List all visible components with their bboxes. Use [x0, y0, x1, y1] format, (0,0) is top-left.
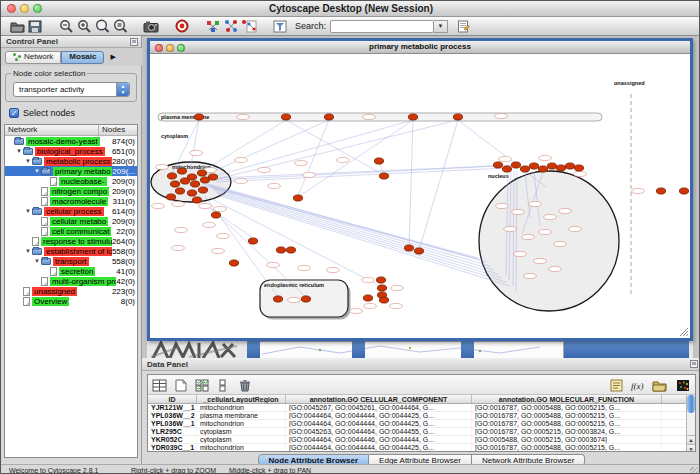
network-node[interactable] — [324, 114, 333, 120]
expand-arrow-icon[interactable]: ▼ — [25, 206, 32, 216]
network-node[interactable] — [529, 163, 538, 169]
network-node[interactable] — [377, 285, 386, 291]
network-node[interactable] — [565, 163, 574, 169]
new-network-view-icon[interactable] — [240, 18, 258, 34]
network-node[interactable] — [363, 295, 372, 301]
cell[interactable]: mitochondrion — [197, 404, 286, 411]
tree-row[interactable]: cellular metabo209(0) — [5, 216, 137, 226]
tree-row[interactable]: nucleobase-209(0) — [5, 176, 137, 186]
expand-arrow-icon[interactable]: ▼ — [25, 246, 32, 256]
cell[interactable]: [GO:0045267, GO:0045261, GO:0044464, G..… — [286, 404, 472, 411]
network-node[interactable] — [538, 166, 547, 172]
network-node[interactable] — [187, 190, 196, 196]
network-node[interactable] — [556, 165, 565, 171]
network-view-titlebar[interactable]: primary metabolic process — [150, 41, 690, 54]
tree-row[interactable]: multi-organism pro42(0) — [5, 276, 137, 286]
network-node[interactable] — [408, 114, 417, 120]
network-node[interactable] — [574, 165, 583, 171]
background-window-edge[interactable] — [247, 341, 260, 358]
snapshot-icon[interactable] — [142, 18, 160, 34]
attribute-heatmap-icon[interactable] — [674, 377, 691, 393]
tab-mosaic[interactable]: Mosaic — [61, 51, 104, 64]
cell[interactable]: YDR039C__1 — [148, 444, 197, 451]
col-region[interactable]: _cellularLayoutRegion — [197, 395, 286, 403]
zoom-selected-icon[interactable] — [111, 18, 129, 34]
tree-row[interactable]: ▼cellular process614(0) — [5, 206, 137, 216]
col-id[interactable]: ID — [148, 395, 197, 403]
network-node[interactable] — [198, 187, 207, 193]
tab-overflow-arrow[interactable]: ▶ — [110, 53, 115, 61]
network-node[interactable] — [379, 297, 388, 303]
network-node[interactable] — [493, 162, 502, 168]
network-node[interactable] — [374, 158, 383, 164]
network-node[interactable] — [453, 114, 462, 120]
tab-network[interactable]: Network — [5, 51, 61, 64]
cell[interactable]: [GO:0044464, GO:0044444, GO:0044425, G..… — [286, 444, 472, 451]
vizmapper-icon[interactable] — [204, 18, 222, 34]
cell[interactable]: [GO:0044464, GO:0044444, GO:0044425, G..… — [286, 412, 472, 419]
zoom-out-icon[interactable] — [57, 18, 75, 34]
cell[interactable]: [GO:0016787, GO:0005488, GO:0005215, G..… — [472, 444, 662, 451]
cell[interactable]: [GO:0044464, GO:0044444, GO:0044425, G..… — [286, 420, 472, 427]
frame-close-button[interactable] — [155, 44, 163, 52]
attribute-row[interactable]: YKR052Ccytoplasm[GO:0044464, GO:0044446,… — [148, 436, 695, 444]
attribute-notes-icon[interactable] — [608, 377, 625, 393]
network-node[interactable] — [167, 173, 176, 179]
tree-row[interactable]: mosaic-demo-yeast874(0) — [5, 136, 137, 146]
minimize-button[interactable] — [20, 4, 29, 13]
unselect-attributes-icon[interactable] — [214, 377, 231, 393]
network-node[interactable] — [211, 212, 220, 218]
cell[interactable]: [GO:0016787, GO:0005215, GO:0003824, G..… — [472, 428, 662, 435]
cell[interactable]: YKR052C — [148, 436, 197, 443]
network-node[interactable] — [197, 170, 206, 176]
save-session-icon[interactable] — [26, 18, 44, 34]
network-canvas[interactable]: plasma membrane cytoplasm mitochondrion … — [150, 54, 690, 338]
scrollbar-thumb[interactable] — [687, 395, 695, 413]
cell[interactable]: [GO:0016787, GO:0005488, GO:0005215, G..… — [472, 412, 662, 419]
tree-row[interactable]: ▼biological_process651(0) — [5, 146, 137, 156]
network-node[interactable] — [281, 114, 290, 120]
background-window-edge[interactable] — [461, 341, 474, 358]
zoom-in-icon[interactable] — [75, 18, 93, 34]
window-resize-grip[interactable] — [690, 467, 700, 474]
col-cellular-component[interactable]: annotation.GO CELLULAR_COMPONENT — [286, 395, 472, 403]
open-session-icon[interactable] — [8, 18, 26, 34]
network-node[interactable] — [273, 296, 282, 302]
tree-col-nodes[interactable]: Nodes — [99, 125, 137, 135]
canvas-resize-grip[interactable] — [680, 328, 688, 336]
attribute-row[interactable]: YJR121W__1mitochondrion[GO:0045267, GO:0… — [148, 404, 695, 412]
tree-row[interactable]: cell communicat22(0) — [5, 226, 137, 236]
network-node[interactable] — [229, 260, 238, 266]
expand-arrow-icon[interactable]: ▼ — [25, 156, 32, 166]
cell[interactable]: cytoplasm — [197, 428, 286, 435]
network-node[interactable] — [656, 188, 665, 194]
float-panel-icon[interactable] — [130, 38, 138, 46]
network-node[interactable] — [175, 188, 184, 194]
background-window[interactable] — [259, 341, 564, 358]
cell[interactable]: cytoplasm — [197, 436, 286, 443]
filter-icon[interactable] — [271, 18, 289, 34]
node-color-select[interactable]: transporter activity ▲▼ — [13, 82, 130, 97]
tree-row[interactable]: Overview8(0) — [5, 296, 137, 306]
network-node[interactable] — [502, 166, 511, 172]
float-panel-icon[interactable] — [690, 360, 698, 368]
select-attributes-icon[interactable] — [193, 377, 210, 393]
frame-minimize-button[interactable] — [166, 44, 174, 52]
delete-attribute-icon[interactable] — [236, 377, 253, 393]
zoom-button[interactable] — [33, 4, 42, 13]
network-node[interactable] — [376, 277, 385, 283]
function-builder-icon[interactable]: f(x) — [629, 377, 646, 393]
background-window-edge[interactable] — [352, 341, 365, 358]
tree-row[interactable]: ▼metabolic process280(0) — [5, 156, 137, 166]
cell[interactable]: YJR121W__1 — [148, 404, 197, 411]
tree-row[interactable]: nitrogen compo209(0) — [5, 186, 137, 196]
network-node[interactable] — [520, 166, 529, 172]
attribute-row[interactable]: YPL036W__2plasma membrane[GO:0044464, GO… — [148, 412, 695, 420]
network-node[interactable] — [180, 178, 189, 184]
cell[interactable]: [GO:0005488, GO:0005215, GO:0003674] — [472, 436, 662, 443]
select-nodes-checkbox[interactable]: ✓ — [9, 108, 19, 118]
network-node[interactable] — [177, 168, 186, 174]
attribute-row[interactable]: YPL036W__1mitochondrion[GO:0044464, GO:0… — [148, 420, 695, 428]
background-window-edge[interactable] — [564, 341, 689, 358]
import-attributes-icon[interactable] — [651, 377, 668, 393]
